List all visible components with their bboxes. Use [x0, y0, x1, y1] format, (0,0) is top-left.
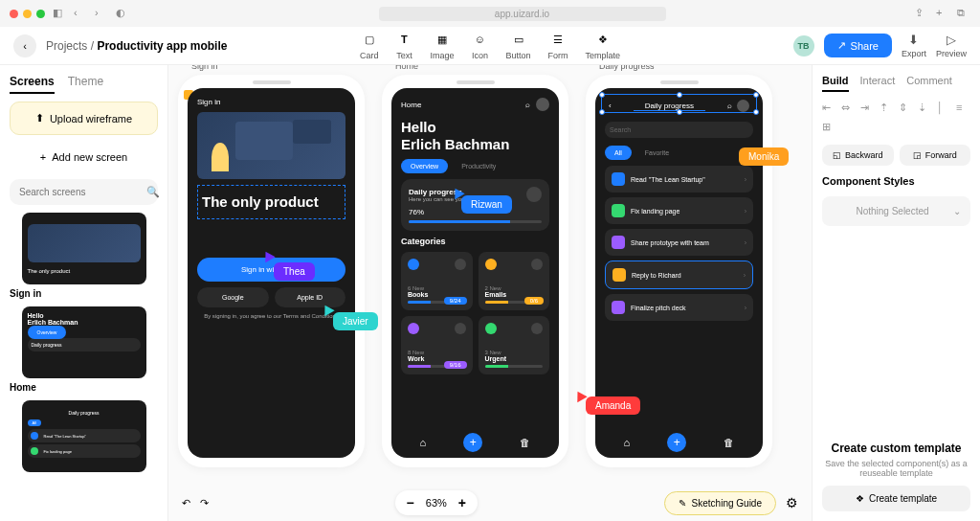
category-card[interactable]: 2 NewEmails0/6	[479, 252, 550, 310]
template-desc: Save the selected component(s) as a reus…	[822, 459, 970, 478]
tab-theme[interactable]: Theme	[68, 75, 103, 94]
upload-wireframe-button[interactable]: ⬆ Upload wireframe	[10, 102, 158, 135]
headline[interactable]: The only product	[202, 193, 341, 211]
cursor-javier: Javier	[333, 312, 378, 330]
upload-icon: ⬆	[35, 112, 44, 125]
tabs-icon[interactable]: ⧉	[957, 7, 970, 20]
task-item[interactable]: Reply to Richard›	[605, 260, 753, 289]
signin-email-button[interactable]: Sign in with Email	[197, 258, 345, 282]
plus-icon: +	[40, 151, 46, 163]
zoom-level: 63%	[426, 497, 447, 509]
cursor-thea: Thea	[274, 262, 315, 281]
url-bar[interactable]: app.uizard.io	[379, 7, 666, 21]
add-screen-button[interactable]: + Add new screen	[10, 143, 158, 171]
add-nav-button[interactable]: +	[463, 433, 482, 452]
tab-interact[interactable]: Interact	[860, 75, 896, 92]
shield-icon: ◐	[116, 7, 129, 20]
component-styles-header: Component Styles	[822, 175, 970, 187]
share-button[interactable]: ↗Share	[824, 34, 892, 57]
search-icon[interactable]: ⌕	[525, 101, 530, 109]
sketching-guide-button[interactable]: ✎ Sketching Guide	[664, 491, 776, 515]
category-card[interactable]: 6 NewBooks9/24	[401, 252, 473, 310]
create-template-button[interactable]: ❖ Create template	[822, 486, 970, 511]
user-avatar[interactable]: TB	[793, 35, 814, 57]
tab-comment[interactable]: Comment	[906, 75, 952, 92]
tool-template[interactable]: ❖Template	[586, 31, 621, 60]
avatar	[526, 187, 542, 202]
preview-button[interactable]: ▷Preview	[936, 33, 967, 58]
align-tools[interactable]: ⇤⇔⇥ ⇡⇕⇣ │≡⊞	[822, 102, 970, 135]
tab-overview[interactable]: Overview	[401, 159, 448, 173]
pencil-icon: ✎	[679, 498, 686, 509]
bring-forward-button[interactable]: ◲Forward	[900, 145, 971, 166]
screen-label: Home	[395, 65, 418, 71]
filter-favorite[interactable]: Favorite	[635, 146, 679, 160]
hero-illustration	[197, 112, 345, 179]
sidebar-toggle-icon[interactable]: ◧	[53, 7, 66, 20]
tool-icon[interactable]: ☺Icon	[471, 31, 488, 60]
tool-button[interactable]: ▭Button	[505, 31, 530, 60]
tab-build[interactable]: Build	[822, 75, 849, 92]
thumb-daily[interactable]: Daily progressAllRead "The Lean Startup"…	[10, 400, 158, 472]
home-nav-icon[interactable]: ⌂	[420, 437, 427, 448]
tool-image[interactable]: ▦Image	[430, 31, 454, 60]
tool-form[interactable]: ☰Form	[548, 31, 568, 60]
search-tasks-input[interactable]: Search	[605, 122, 753, 138]
tool-card[interactable]: ▢Card	[360, 31, 379, 60]
window-controls[interactable]	[10, 10, 45, 18]
zoom-in-button[interactable]: +	[458, 495, 466, 510]
thumb-home[interactable]: Hello Erlich BachmanOverviewDaily progre…	[10, 306, 158, 393]
zoom-control[interactable]: − 63% +	[395, 490, 478, 515]
delete-nav-icon[interactable]: 🗑	[724, 437, 734, 448]
tab-productivity[interactable]: Productivity	[452, 159, 505, 173]
delete-nav-icon[interactable]: 🗑	[520, 437, 530, 448]
cursor-monika: Monika	[739, 147, 789, 166]
plus-icon[interactable]: +	[936, 7, 949, 20]
task-item[interactable]: Read "The Lean Startup"›	[605, 166, 753, 193]
screen-label: Sign in	[191, 65, 218, 71]
thumb-signin[interactable]: The only product Sign in	[10, 213, 158, 299]
back-button[interactable]: ‹	[13, 34, 36, 57]
task-item[interactable]: Fix landing page›	[605, 197, 753, 224]
zoom-out-button[interactable]: −	[407, 495, 414, 510]
category-card[interactable]: 8 NewWork9/16	[401, 316, 473, 374]
redo-button[interactable]: ↷	[200, 497, 209, 510]
template-title: Create custom template	[822, 442, 970, 455]
nothing-selected: Nothing Selected ⌄	[822, 196, 970, 226]
export-button[interactable]: ⬇Export	[902, 33, 926, 58]
template-icon: ❖	[856, 493, 864, 504]
home-nav-icon[interactable]: ⌂	[624, 437, 631, 448]
screen-label: Daily progress	[599, 65, 655, 71]
avatar[interactable]	[536, 98, 549, 111]
add-nav-button[interactable]: +	[667, 433, 686, 452]
settings-icon[interactable]: ⚙	[786, 495, 798, 510]
search-icon: 🔍	[146, 186, 160, 198]
send-backward-button[interactable]: ◱Backward	[822, 145, 894, 166]
filter-all[interactable]: All	[605, 146, 632, 160]
category-card[interactable]: 3 NewUrgent	[479, 316, 550, 374]
task-item[interactable]: Share prototype with team›	[605, 229, 753, 256]
breadcrumb[interactable]: Projects / Productivity app mobile	[46, 39, 227, 53]
share-icon[interactable]: ⇪	[915, 7, 928, 20]
chevron-right-icon[interactable]: ›	[95, 7, 108, 20]
cursor-rizwan: Rizwan	[461, 195, 512, 214]
search-screens-input[interactable]: 🔍	[10, 179, 158, 205]
categories-header: Categories	[401, 237, 549, 246]
task-item[interactable]: Finalize pitch deck›	[605, 294, 753, 321]
undo-button[interactable]: ↶	[182, 497, 190, 510]
chevron-left-icon[interactable]: ‹	[74, 7, 87, 20]
selection-frame[interactable]	[601, 94, 757, 113]
cursor-amanda: Amanda	[586, 396, 640, 415]
google-button[interactable]: Google	[197, 287, 269, 307]
tab-screens[interactable]: Screens	[10, 75, 55, 94]
tool-text[interactable]: TText	[395, 31, 412, 60]
apple-button[interactable]: Apple ID	[275, 287, 346, 307]
